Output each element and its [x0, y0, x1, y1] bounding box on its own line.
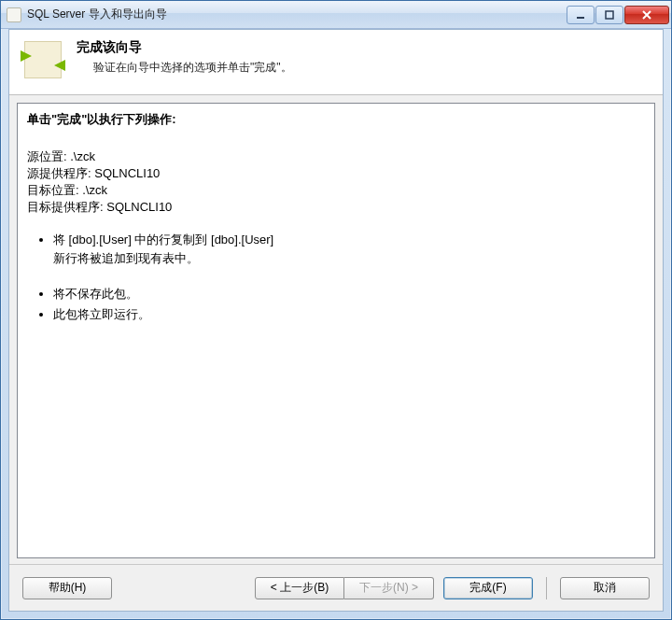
source-location-label: 源位置:: [27, 149, 67, 163]
page-title: 完成该向导: [77, 39, 651, 56]
cancel-button[interactable]: 取消: [560, 577, 650, 599]
dest-location-value: .\zck: [82, 183, 107, 197]
bullet-copy-rows-sub: 新行将被追加到现有表中。: [53, 251, 199, 265]
app-icon: [7, 7, 21, 22]
list-spacer: [53, 270, 645, 283]
close-icon: [641, 10, 652, 20]
page-subtitle: 验证在向导中选择的选项并单击"完成"。: [77, 60, 651, 76]
close-button[interactable]: [624, 6, 669, 24]
header-text: 完成该向导 验证在向导中选择的选项并单击"完成"。: [77, 37, 651, 76]
separator: [546, 577, 547, 599]
dest-provider-value: SQLNCLI10: [106, 200, 172, 214]
window-controls: [567, 6, 669, 24]
client-area: 完成该向导 验证在向导中选择的选项并单击"完成"。 单击"完成"以执行下列操作:…: [8, 29, 664, 612]
content-panel: 单击"完成"以执行下列操作: 源位置: .\zck 源提供程序: SQLNCLI…: [17, 103, 655, 558]
dest-provider-row: 目标提供程序: SQLNCLI10: [27, 199, 645, 216]
source-provider-label: 源提供程序:: [27, 166, 91, 180]
wizard-window: SQL Server 导入和导出向导 完成该向导 验证在向导中选择的选项并单击"…: [0, 0, 672, 620]
back-button[interactable]: < 上一步(B): [255, 577, 344, 599]
wizard-header: 完成该向导 验证在向导中选择的选项并单击"完成"。: [9, 30, 663, 95]
help-button[interactable]: 帮助(H): [22, 577, 112, 599]
minimize-button[interactable]: [567, 6, 595, 24]
dest-location-row: 目标位置: .\zck: [27, 182, 645, 199]
next-button: 下一步(N) >: [344, 577, 434, 599]
dest-location-label: 目标位置:: [27, 183, 79, 197]
titlebar[interactable]: SQL Server 导入和导出向导: [1, 1, 671, 29]
wizard-footer: 帮助(H) < 上一步(B) 下一步(N) > 完成(F) 取消: [9, 564, 663, 611]
svg-rect-1: [606, 11, 613, 19]
wizard-icon: [21, 37, 65, 82]
bullet-copy-rows: 将 [dbo].[User] 中的行复制到 [dbo].[User]: [53, 232, 273, 247]
svg-rect-0: [577, 17, 584, 19]
window-title: SQL Server 导入和导出向导: [27, 7, 567, 22]
maximize-button[interactable]: [595, 6, 623, 24]
list-item: 将不保存此包。: [53, 285, 645, 303]
list-item: 此包将立即运行。: [53, 305, 645, 324]
minimize-icon: [576, 10, 585, 20]
maximize-icon: [605, 10, 614, 20]
finish-button[interactable]: 完成(F): [443, 577, 533, 599]
source-provider-value: SQLNCLI10: [94, 166, 160, 180]
nav-button-group: < 上一步(B) 下一步(N) >: [255, 577, 434, 599]
list-item: 将 [dbo].[User] 中的行复制到 [dbo].[User] 新行将被追…: [53, 231, 645, 268]
content-heading: 单击"完成"以执行下列操作:: [27, 111, 645, 128]
source-location-row: 源位置: .\zck: [27, 148, 645, 165]
source-provider-row: 源提供程序: SQLNCLI10: [27, 165, 645, 182]
action-list: 将 [dbo].[User] 中的行复制到 [dbo].[User] 新行将被追…: [27, 231, 645, 324]
source-location-value: .\zck: [70, 149, 95, 163]
dest-provider-label: 目标提供程序:: [27, 200, 104, 214]
